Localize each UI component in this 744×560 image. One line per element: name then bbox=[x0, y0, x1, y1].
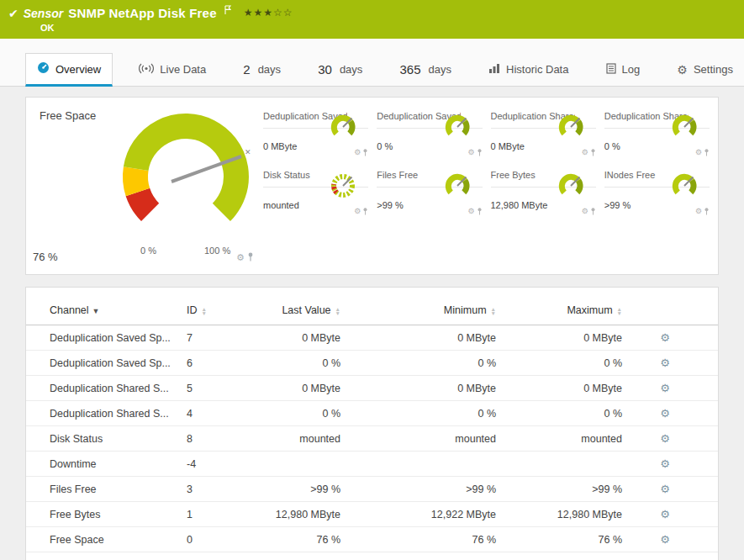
maximum-value: 0 MByte bbox=[501, 325, 627, 351]
gear-icon[interactable]: ⚙ bbox=[467, 149, 474, 156]
mini-gauge-value: 12,980 MByte bbox=[491, 200, 548, 210]
table-row[interactable]: Deduplication Saved Sp... 7 0 MByte 0 MB… bbox=[26, 325, 718, 351]
maximum-value: 12,980 MByte bbox=[501, 502, 627, 527]
pin-icon[interactable] bbox=[590, 145, 596, 160]
mini-gauge-dedup-shared-bytes[interactable]: Deduplication Shared ... 0 MByte ⚙ bbox=[491, 108, 596, 161]
last-value: 12,980 MByte bbox=[249, 502, 346, 527]
sort-icon: ▲▼ bbox=[491, 307, 496, 315]
free-space-gauge: ✕ bbox=[110, 109, 261, 251]
channel-id: 3 bbox=[182, 477, 249, 502]
pin-icon[interactable] bbox=[704, 145, 710, 160]
gear-icon[interactable]: ⚙ bbox=[582, 149, 588, 156]
tab-live-data-label: Live Data bbox=[160, 63, 206, 76]
channel-id: 6 bbox=[182, 351, 249, 376]
table-row[interactable]: Disk Status 8 mounted mounted mounted ⚙ bbox=[26, 426, 718, 452]
channel-settings-icon[interactable]: ⚙ bbox=[660, 357, 670, 369]
col-header-channel[interactable]: Channel▼ bbox=[26, 298, 182, 325]
mini-gauge-inodes-free[interactable]: INodes Free >99 % ⚙ bbox=[604, 166, 710, 220]
tab-settings-label: Settings bbox=[694, 63, 733, 76]
tab-30-days[interactable]: 30 days bbox=[307, 53, 373, 86]
pin-icon[interactable] bbox=[590, 203, 596, 219]
minimum-value: 0 MByte bbox=[346, 325, 501, 351]
table-row[interactable]: Deduplication Shared S... 4 0 % 0 % 0 % … bbox=[26, 401, 718, 426]
tab-365-days-number: 365 bbox=[399, 62, 420, 77]
mini-gauge-value: >99 % bbox=[604, 200, 631, 210]
table-row[interactable]: Free Space 0 76 % 76 % 76 % ⚙ bbox=[26, 527, 718, 552]
channel-name: Downtime bbox=[26, 452, 182, 477]
table-row[interactable]: Free Bytes 1 12,980 MByte 12,922 MByte 1… bbox=[26, 502, 718, 527]
pin-icon[interactable] bbox=[477, 145, 483, 160]
channel-name: Deduplication Shared S... bbox=[26, 376, 182, 401]
channel-id: 1 bbox=[182, 502, 249, 527]
gear-icon[interactable]: ⚙ bbox=[695, 149, 702, 156]
pin-icon[interactable] bbox=[362, 145, 368, 160]
minimum-value: mounted bbox=[346, 426, 501, 452]
status-badge: OK bbox=[40, 23, 736, 33]
header-spacer bbox=[0, 39, 744, 53]
flag-icon[interactable] bbox=[224, 3, 232, 18]
mini-gauge-value: >99 % bbox=[377, 200, 404, 210]
live-data-icon bbox=[139, 63, 154, 77]
pin-icon[interactable] bbox=[477, 203, 483, 219]
col-header-minimum[interactable]: Minimum▲▼ bbox=[346, 298, 501, 325]
channel-settings-icon[interactable]: ⚙ bbox=[660, 407, 670, 420]
tab-2-days[interactable]: 2 days bbox=[232, 53, 292, 86]
minimum-value: 12,922 MByte bbox=[346, 502, 501, 527]
pin-icon[interactable] bbox=[362, 203, 368, 219]
last-value: 0 MByte bbox=[249, 325, 346, 351]
channel-settings-icon[interactable]: ⚙ bbox=[660, 382, 670, 394]
gauge-gear-icon[interactable]: ⚙ bbox=[236, 253, 245, 262]
tab-historic-data[interactable]: Historic Data bbox=[478, 53, 579, 86]
mini-gauge-files-free[interactable]: Files Free >99 % ⚙ bbox=[377, 166, 482, 220]
maximum-value: 76 % bbox=[501, 527, 627, 552]
pin-icon[interactable] bbox=[704, 203, 710, 219]
table-row[interactable]: Deduplication Shared S... 5 0 MByte 0 MB… bbox=[26, 376, 718, 401]
tab-live-data[interactable]: Live Data bbox=[128, 53, 217, 86]
maximum-value bbox=[501, 452, 627, 477]
col-header-last-value[interactable]: Last Value▲▼ bbox=[249, 298, 346, 325]
col-header-maximum[interactable]: Maximum▲▼ bbox=[501, 298, 627, 325]
table-row[interactable]: Downtime -4 ⚙ bbox=[26, 452, 718, 477]
channel-id: 0 bbox=[182, 527, 249, 552]
gear-icon[interactable]: ⚙ bbox=[582, 208, 588, 215]
mini-gauge-dial bbox=[554, 172, 588, 202]
mini-gauge-dedup-saved-pct[interactable]: Deduplication Saved S... 0 % ⚙ bbox=[377, 108, 482, 161]
gauge-min-label: 0 % bbox=[140, 246, 156, 256]
channel-settings-icon[interactable]: ⚙ bbox=[660, 457, 670, 470]
tab-365-days[interactable]: 365 days bbox=[388, 53, 462, 86]
channel-name: INodes Free bbox=[26, 552, 182, 560]
priority-stars[interactable]: ★★★☆☆ bbox=[244, 7, 293, 18]
channel-settings-icon[interactable]: ⚙ bbox=[660, 483, 670, 495]
mini-gauge-value: mounted bbox=[263, 200, 299, 210]
last-value: >99 % bbox=[249, 477, 346, 502]
tab-settings[interactable]: ⚙ Settings bbox=[666, 53, 744, 86]
last-value: 0 MByte bbox=[249, 376, 346, 401]
mini-gauge-free-bytes[interactable]: Free Bytes 12,980 MByte ⚙ bbox=[491, 166, 596, 220]
channel-settings-icon[interactable]: ⚙ bbox=[660, 331, 670, 344]
main-gauge-value: 76 % bbox=[33, 251, 58, 263]
channel-settings-icon[interactable]: ⚙ bbox=[660, 533, 670, 546]
gear-icon[interactable]: ⚙ bbox=[354, 149, 361, 156]
tab-overview[interactable]: Overview bbox=[25, 53, 113, 87]
tab-overview-label: Overview bbox=[55, 63, 101, 76]
channel-settings-icon[interactable]: ⚙ bbox=[660, 508, 670, 520]
gear-icon[interactable]: ⚙ bbox=[695, 208, 702, 215]
channel-settings-icon[interactable]: ⚙ bbox=[660, 432, 670, 445]
mini-gauge-dedup-shared-pct[interactable]: Deduplication Shared ... 0 % ⚙ bbox=[604, 108, 710, 161]
tab-365-days-label: days bbox=[428, 63, 451, 76]
mini-gauge-dedup-saved-bytes[interactable]: Deduplication Saved S... 0 MByte ⚙ bbox=[263, 108, 368, 161]
log-icon bbox=[606, 63, 616, 77]
gauge-pin-icon[interactable] bbox=[247, 250, 254, 265]
col-header-id[interactable]: ID▲▼ bbox=[182, 298, 249, 325]
table-row[interactable]: Files Free 3 >99 % >99 % >99 % ⚙ bbox=[26, 477, 718, 502]
gear-icon[interactable]: ⚙ bbox=[467, 208, 474, 215]
last-value: mounted bbox=[249, 426, 346, 452]
table-row[interactable]: Deduplication Saved Sp... 6 0 % 0 % 0 % … bbox=[26, 351, 718, 376]
table-row[interactable]: INodes Free 2 >99 % >99 % >99 % ⚙ bbox=[26, 552, 718, 560]
settings-gear-icon: ⚙ bbox=[677, 64, 688, 76]
tab-log[interactable]: Log bbox=[595, 53, 652, 86]
mini-gauge-dial bbox=[667, 113, 701, 143]
channel-name: Files Free bbox=[26, 477, 182, 502]
gear-icon[interactable]: ⚙ bbox=[354, 208, 361, 215]
mini-gauge-disk-status[interactable]: Disk Status mounted ⚙ bbox=[263, 166, 368, 220]
